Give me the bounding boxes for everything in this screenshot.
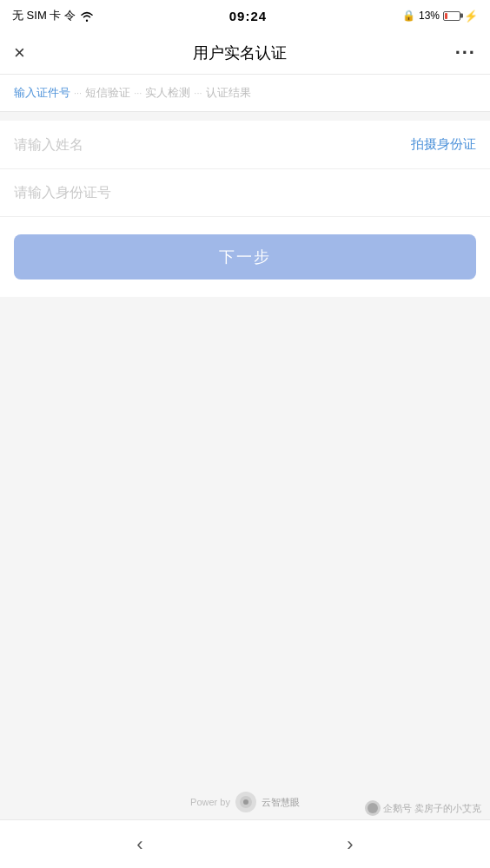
step-1-label: 输入证件号 [14, 85, 70, 101]
step-1: 输入证件号 [14, 85, 70, 101]
lock-icon: 🔒 [402, 10, 415, 22]
footer-brand: Power by 云智慧眼 [0, 778, 490, 819]
id-row [0, 169, 490, 217]
charging-icon: ⚡ [464, 10, 478, 23]
name-input[interactable] [14, 137, 411, 153]
header: × 用户实名认证 ··· [0, 31, 490, 75]
forward-button[interactable]: › [329, 826, 370, 863]
status-left: 无 SIM 卡 令 [12, 8, 94, 23]
step-arrow-2: ··· [134, 88, 142, 98]
back-button[interactable]: ‹ [119, 826, 160, 863]
steps-bar: 输入证件号 ··· 短信验证 ··· 实人检测 ··· 认证结果 [0, 75, 490, 112]
sim-status: 无 SIM 卡 令 [12, 8, 76, 23]
svg-point-1 [243, 799, 248, 805]
step-3-label: 实人检测 [145, 85, 190, 101]
form-area: 拍摄身份证 [0, 121, 490, 217]
step-arrow-1: ··· [74, 88, 82, 98]
step-2: 短信验证 [85, 85, 130, 101]
step-arrow-3: ··· [194, 88, 202, 98]
id-input[interactable] [14, 185, 476, 201]
page-title: 用户实名认证 [193, 43, 287, 63]
bottom-nav: ‹ › [0, 819, 490, 868]
status-bar: 无 SIM 卡 令 09:24 🔒 13% ⚡ [0, 0, 490, 31]
step-4: 认证结果 [206, 85, 251, 101]
step-3: 实人检测 [145, 85, 190, 101]
battery-icon [443, 11, 460, 21]
brand-logo [235, 792, 256, 812]
next-button[interactable]: 下一步 [14, 234, 476, 279]
name-row: 拍摄身份证 [0, 121, 490, 169]
close-button[interactable]: × [14, 43, 25, 62]
powered-by-text: Power by [190, 797, 230, 807]
status-right: 🔒 13% ⚡ [402, 10, 478, 23]
step-2-label: 短信验证 [85, 85, 130, 101]
brand-name: 云智慧眼 [262, 796, 300, 809]
more-button[interactable]: ··· [455, 42, 476, 64]
status-time: 09:24 [229, 9, 267, 23]
photo-id-button[interactable]: 拍摄身份证 [411, 136, 476, 153]
step-4-label: 认证结果 [206, 85, 251, 101]
main-content [0, 297, 490, 778]
battery-percent: 13% [419, 10, 440, 22]
button-area: 下一步 [0, 217, 490, 297]
wifi-icon [80, 10, 94, 22]
